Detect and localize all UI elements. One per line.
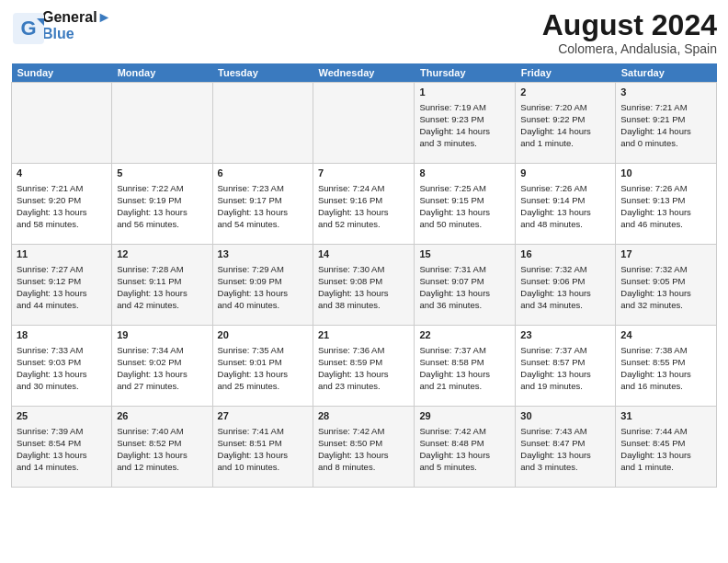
day-info: Daylight: 13 hours	[419, 287, 510, 299]
day-info: and 46 minutes.	[620, 218, 711, 230]
day-cell-7: 7Sunrise: 7:24 AMSunset: 9:16 PMDaylight…	[313, 164, 415, 245]
day-info: and 30 minutes.	[17, 380, 107, 392]
day-info: Sunrise: 7:22 AM	[117, 182, 207, 194]
day-info: Sunrise: 7:32 AM	[520, 263, 610, 275]
day-info: Sunrise: 7:24 AM	[318, 182, 410, 194]
day-info: and 52 minutes.	[318, 218, 410, 230]
day-info: Sunrise: 7:42 AM	[419, 425, 510, 437]
day-cell-18: 18Sunrise: 7:33 AMSunset: 9:03 PMDayligh…	[12, 326, 112, 407]
day-cell-28: 28Sunrise: 7:42 AMSunset: 8:50 PMDayligh…	[313, 407, 415, 488]
day-cell-24: 24Sunrise: 7:38 AMSunset: 8:55 PMDayligh…	[616, 326, 717, 407]
day-number: 17	[620, 247, 711, 261]
day-info: Sunset: 8:51 PM	[218, 437, 308, 449]
header: G General► Blue August 2024 Colomera, An…	[11, 9, 717, 56]
day-info: Daylight: 13 hours	[117, 287, 207, 299]
day-info: Sunrise: 7:31 AM	[419, 263, 510, 275]
day-info: Sunset: 8:55 PM	[620, 356, 711, 368]
day-info: and 23 minutes.	[318, 380, 410, 392]
day-info: Sunset: 9:21 PM	[620, 113, 711, 125]
day-info: Sunset: 8:52 PM	[117, 437, 207, 449]
day-info: Sunset: 9:23 PM	[419, 113, 510, 125]
day-number: 2	[520, 86, 610, 99]
day-info: Sunset: 8:50 PM	[318, 437, 410, 449]
day-info: Sunrise: 7:34 AM	[117, 344, 207, 356]
day-number: 13	[218, 247, 308, 261]
day-info: Daylight: 13 hours	[17, 287, 107, 299]
day-info: Sunset: 9:01 PM	[218, 356, 308, 368]
day-cell-16: 16Sunrise: 7:32 AMSunset: 9:06 PMDayligh…	[516, 245, 616, 326]
day-number: 16	[520, 247, 610, 261]
day-info: Sunrise: 7:21 AM	[17, 182, 107, 194]
day-info: Daylight: 13 hours	[520, 287, 610, 299]
day-number: 14	[318, 247, 410, 261]
day-info: and 50 minutes.	[419, 218, 510, 230]
day-info: Sunset: 9:20 PM	[17, 194, 107, 206]
day-info: Sunset: 9:03 PM	[17, 356, 107, 368]
day-info: Sunset: 9:07 PM	[419, 275, 510, 287]
day-cell-31: 31Sunrise: 7:44 AMSunset: 8:45 PMDayligh…	[616, 407, 717, 488]
day-info: Sunrise: 7:33 AM	[17, 344, 107, 356]
day-info: Daylight: 13 hours	[117, 449, 207, 461]
day-info: Daylight: 13 hours	[318, 206, 410, 218]
day-cell-6: 6Sunrise: 7:23 AMSunset: 9:17 PMDaylight…	[212, 164, 313, 245]
day-info: Sunset: 9:14 PM	[520, 194, 610, 206]
day-info: Sunset: 9:06 PM	[520, 275, 610, 287]
day-info: Daylight: 13 hours	[218, 287, 308, 299]
day-number: 27	[218, 409, 308, 423]
day-info: Daylight: 14 hours	[419, 125, 510, 137]
day-info: and 14 minutes.	[17, 461, 107, 473]
day-info: and 1 minute.	[520, 137, 610, 149]
day-info: and 56 minutes.	[117, 218, 207, 230]
day-number: 19	[117, 328, 207, 342]
day-info: Daylight: 13 hours	[318, 449, 410, 461]
day-number: 21	[318, 328, 410, 342]
day-info: Sunrise: 7:36 AM	[318, 344, 410, 356]
day-info: and 10 minutes.	[218, 461, 308, 473]
day-info: Sunrise: 7:30 AM	[318, 263, 410, 275]
day-info: Daylight: 13 hours	[620, 287, 711, 299]
logo: G General► Blue	[11, 9, 111, 41]
day-number: 18	[17, 328, 107, 342]
day-info: Daylight: 13 hours	[218, 449, 308, 461]
day-number: 23	[520, 328, 610, 342]
day-info: Daylight: 13 hours	[17, 206, 107, 218]
day-cell-22: 22Sunrise: 7:37 AMSunset: 8:58 PMDayligh…	[415, 326, 516, 407]
day-info: Daylight: 13 hours	[520, 206, 610, 218]
day-info: and 27 minutes.	[117, 380, 207, 392]
day-info: Sunset: 9:19 PM	[117, 194, 207, 206]
day-header-thursday: Thursday	[415, 63, 516, 83]
day-info: Sunrise: 7:39 AM	[17, 425, 107, 437]
day-info: Sunset: 8:57 PM	[520, 356, 610, 368]
calendar-table: SundayMondayTuesdayWednesdayThursdayFrid…	[11, 63, 717, 488]
day-info: Daylight: 13 hours	[419, 449, 510, 461]
day-info: Sunrise: 7:26 AM	[520, 182, 610, 194]
day-info: Daylight: 13 hours	[620, 449, 711, 461]
day-header-friday: Friday	[516, 63, 616, 83]
svg-text:G: G	[20, 17, 36, 40]
day-info: and 21 minutes.	[419, 380, 510, 392]
day-info: Sunset: 9:17 PM	[218, 194, 308, 206]
day-info: Sunset: 9:15 PM	[419, 194, 510, 206]
day-cell-14: 14Sunrise: 7:30 AMSunset: 9:08 PMDayligh…	[313, 245, 415, 326]
day-info: Sunset: 8:59 PM	[318, 356, 410, 368]
day-info: Daylight: 14 hours	[620, 125, 711, 137]
day-info: Sunrise: 7:37 AM	[419, 344, 510, 356]
day-info: Sunset: 8:45 PM	[620, 437, 711, 449]
day-cell-10: 10Sunrise: 7:26 AMSunset: 9:13 PMDayligh…	[616, 164, 717, 245]
day-info: Sunrise: 7:40 AM	[117, 425, 207, 437]
day-info: Daylight: 13 hours	[419, 368, 510, 380]
day-cell-13: 13Sunrise: 7:29 AMSunset: 9:09 PMDayligh…	[212, 245, 313, 326]
day-info: Sunset: 9:02 PM	[117, 356, 207, 368]
day-info: Sunset: 9:08 PM	[318, 275, 410, 287]
days-header-row: SundayMondayTuesdayWednesdayThursdayFrid…	[12, 63, 717, 83]
empty-cell	[112, 83, 212, 164]
day-cell-30: 30Sunrise: 7:43 AMSunset: 8:47 PMDayligh…	[516, 407, 616, 488]
day-header-monday: Monday	[112, 63, 212, 83]
day-cell-27: 27Sunrise: 7:41 AMSunset: 8:51 PMDayligh…	[212, 407, 313, 488]
day-info: Sunrise: 7:42 AM	[318, 425, 410, 437]
day-info: and 8 minutes.	[318, 461, 410, 473]
day-info: Sunrise: 7:23 AM	[218, 182, 308, 194]
day-number: 9	[520, 167, 610, 180]
day-cell-29: 29Sunrise: 7:42 AMSunset: 8:48 PMDayligh…	[415, 407, 516, 488]
day-cell-25: 25Sunrise: 7:39 AMSunset: 8:54 PMDayligh…	[12, 407, 112, 488]
